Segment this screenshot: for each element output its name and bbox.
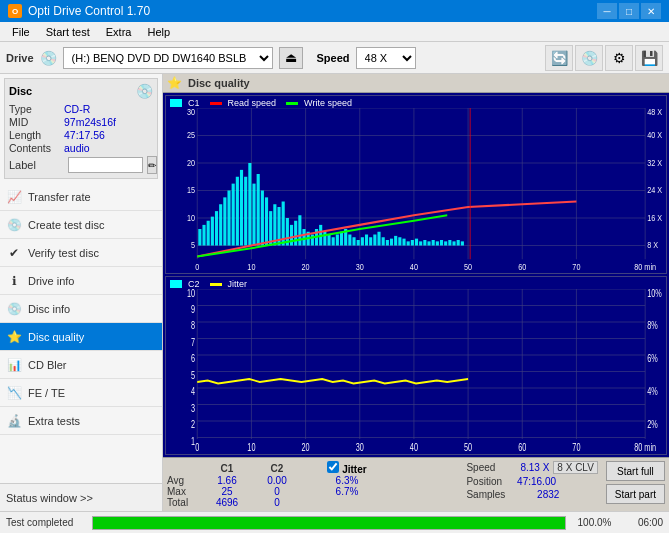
svg-rect-63 [398, 237, 401, 245]
write-speed-legend-label: Write speed [304, 98, 352, 108]
sidebar-item-drive-info[interactable]: ℹ Drive info [0, 267, 162, 295]
sidebar-label-transfer-rate: Transfer rate [28, 191, 91, 203]
drive-select[interactable]: (H:) BENQ DVD DD DW1640 BSLB [63, 47, 273, 69]
jitter-checkbox[interactable] [327, 461, 339, 473]
progress-bar-container [92, 516, 566, 530]
sidebar-nav: 📈 Transfer rate 💿 Create test disc ✔ Ver… [0, 183, 162, 483]
app-icon: O [8, 4, 22, 18]
sidebar-item-disc-quality[interactable]: ⭐ Disc quality [0, 323, 162, 351]
svg-text:50: 50 [464, 261, 472, 272]
jitter-checkbox-cell[interactable]: Jitter [322, 461, 372, 475]
sidebar-item-extra-tests[interactable]: 🔬 Extra tests [0, 407, 162, 435]
svg-rect-29 [257, 174, 260, 246]
svg-text:80 min: 80 min [634, 261, 656, 272]
refresh-button[interactable]: 🔄 [545, 45, 573, 71]
start-part-button[interactable]: Start part [606, 484, 665, 504]
minimize-button[interactable]: ─ [597, 3, 617, 19]
read-speed-swatch [210, 102, 222, 105]
main-area: Disc 💿 Type CD-R MID 97m24s16f Length 47… [0, 74, 669, 511]
menu-start-test[interactable]: Start test [38, 24, 98, 40]
time-text: 06:00 [623, 517, 663, 528]
menu-extra[interactable]: Extra [98, 24, 140, 40]
svg-rect-71 [432, 240, 435, 246]
svg-text:16 X: 16 X [647, 212, 662, 223]
c1-chart-svg: 30 25 20 15 10 5 48 X 40 X 32 X 24 X 16 … [166, 108, 666, 273]
svg-text:32 X: 32 X [647, 157, 662, 168]
svg-rect-58 [377, 232, 380, 246]
status-window-button[interactable]: Status window >> [0, 483, 162, 511]
c1-col-header: C1 [202, 461, 252, 475]
c1-legend: C1 Read speed Write speed [166, 96, 666, 108]
avg-c2: 0.00 [252, 475, 302, 486]
total-c2: 0 [252, 497, 302, 508]
sidebar-item-cd-bler[interactable]: 📊 CD Bler [0, 351, 162, 379]
sidebar-item-fe-te[interactable]: 📉 FE / TE [0, 379, 162, 407]
c2-legend: C2 Jitter [166, 277, 666, 289]
disc-label-icon-button[interactable]: ✏ [147, 156, 157, 174]
svg-text:10: 10 [247, 442, 255, 454]
svg-rect-37 [290, 225, 293, 246]
svg-rect-30 [261, 191, 264, 246]
stats-right-section: Speed 8.13 X 8 X CLV Position 47:16.00 S… [466, 461, 665, 504]
content-header-title: Disc quality [188, 77, 250, 89]
disc-type-value: CD-R [64, 103, 90, 115]
sidebar-item-create-test-disc[interactable]: 💿 Create test disc [0, 211, 162, 239]
sidebar-item-disc-info[interactable]: 💿 Disc info [0, 295, 162, 323]
cd-bler-icon: 📊 [6, 357, 22, 373]
svg-rect-16 [202, 225, 205, 246]
eject-button[interactable]: ⏏ [279, 47, 303, 69]
drive-info-icon: ℹ [6, 273, 22, 289]
start-full-button[interactable]: Start full [606, 461, 665, 481]
svg-text:2: 2 [191, 419, 195, 431]
svg-text:70: 70 [572, 261, 580, 272]
settings-button[interactable]: ⚙ [605, 45, 633, 71]
maximize-button[interactable]: □ [619, 3, 639, 19]
menu-file[interactable]: File [4, 24, 38, 40]
save-button[interactable]: 💾 [635, 45, 663, 71]
svg-text:0: 0 [195, 442, 199, 454]
transfer-rate-icon: 📈 [6, 189, 22, 205]
total-label: Total [167, 497, 202, 508]
svg-text:10: 10 [187, 289, 195, 299]
disc-panel-title: Disc [9, 85, 32, 97]
svg-rect-33 [273, 204, 276, 245]
svg-rect-73 [440, 240, 443, 246]
svg-text:3: 3 [191, 403, 195, 415]
svg-rect-68 [419, 241, 422, 245]
svg-text:60: 60 [518, 442, 526, 454]
sidebar-item-verify-test-disc[interactable]: ✔ Verify test disc [0, 239, 162, 267]
svg-text:4%: 4% [647, 386, 658, 398]
svg-text:25: 25 [187, 129, 195, 140]
write-speed-swatch [286, 102, 298, 105]
sidebar-label-verify-test-disc: Verify test disc [28, 247, 99, 259]
disc-label-label: Label [9, 159, 64, 171]
total-c1: 4696 [202, 497, 252, 508]
disc-button[interactable]: 💿 [575, 45, 603, 71]
avg-label: Avg [167, 475, 202, 486]
svg-rect-53 [357, 240, 360, 246]
content-header-icon: ⭐ [167, 76, 182, 90]
close-button[interactable]: ✕ [641, 3, 661, 19]
charts-area: C1 Read speed Write speed [163, 93, 669, 457]
svg-rect-17 [207, 221, 210, 246]
svg-rect-18 [211, 217, 214, 246]
disc-contents-value: audio [64, 142, 90, 154]
speed-label: Speed [317, 52, 350, 64]
svg-text:30: 30 [356, 442, 364, 454]
menu-help[interactable]: Help [139, 24, 178, 40]
svg-rect-76 [452, 241, 455, 245]
stats-row-max: Max 25 0 6.7% [167, 486, 372, 497]
svg-rect-77 [457, 240, 460, 246]
speed-select[interactable]: 48 X [356, 47, 416, 69]
progress-text: 100.0% [572, 517, 617, 528]
c1-chart-area: 30 25 20 15 10 5 48 X 40 X 32 X 24 X 16 … [166, 108, 666, 273]
sidebar-label-fe-te: FE / TE [28, 387, 65, 399]
max-jitter: 6.7% [322, 486, 372, 497]
disc-label-input[interactable] [68, 157, 143, 173]
c1-chart: C1 Read speed Write speed [165, 95, 667, 274]
svg-rect-59 [382, 237, 385, 245]
bottom-bar: Test completed 100.0% 06:00 [0, 511, 669, 533]
title-bar: O Opti Drive Control 1.70 ─ □ ✕ [0, 0, 669, 22]
stats-top: C1 C2 Jitter Avg 1.66 [167, 461, 665, 508]
sidebar-item-transfer-rate[interactable]: 📈 Transfer rate [0, 183, 162, 211]
